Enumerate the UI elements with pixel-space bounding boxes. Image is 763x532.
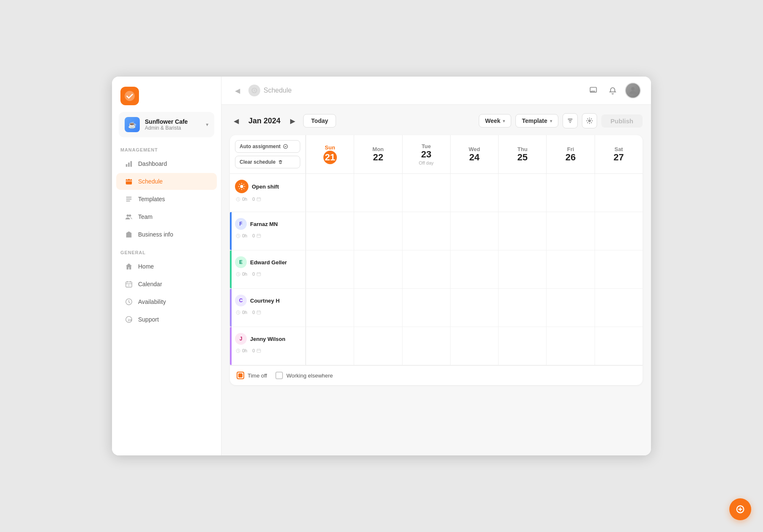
employee-name-open-shift: Open shift xyxy=(252,184,279,190)
shift-cell-jenny-wilson-day1[interactable] xyxy=(354,327,402,365)
sidebar-item-support[interactable]: 24 Support xyxy=(116,311,217,328)
settings-button[interactable] xyxy=(582,113,597,128)
prev-week-button[interactable]: ◀ xyxy=(230,114,243,127)
sidebar-item-home[interactable]: Home xyxy=(116,258,217,275)
employee-row-edward-geller: E Edward Geller 0h 0 xyxy=(230,250,643,289)
next-week-button[interactable]: ▶ xyxy=(286,114,299,127)
employee-top-farnaz-mn: F Farnaz MN xyxy=(235,218,300,230)
calendar-stat-icon xyxy=(256,272,261,277)
template-dropdown[interactable]: Template ▾ xyxy=(515,114,558,128)
shift-cell-edward-geller-day4[interactable] xyxy=(498,250,546,288)
clear-schedule-label: Clear schedule xyxy=(240,159,275,165)
shift-cell-edward-geller-day5[interactable] xyxy=(546,250,594,288)
collapse-sidebar-button[interactable]: ◀ xyxy=(232,85,243,96)
sidebar-item-schedule[interactable]: Schedule xyxy=(116,173,217,190)
page-title: Schedule xyxy=(264,87,292,94)
shift-cell-open-shift-day0[interactable] xyxy=(306,174,354,212)
shift-cell-edward-geller-day0[interactable] xyxy=(306,250,354,288)
sidebar-item-team[interactable]: Team xyxy=(116,208,217,225)
employee-info-jenny-wilson: J Jenny Wilson 0h 0 xyxy=(230,327,306,365)
shift-cell-open-shift-day1[interactable] xyxy=(354,174,402,212)
shift-cell-farnaz-mn-day1[interactable] xyxy=(354,212,402,250)
workspace-info: Sunflower Cafe Admin & Barista xyxy=(145,118,201,131)
shift-cell-jenny-wilson-day0[interactable] xyxy=(306,327,354,365)
auto-assignment-button[interactable]: Auto assignment xyxy=(235,140,300,153)
shift-cell-courtney-h-day4[interactable] xyxy=(498,289,546,327)
clock-stat-icon xyxy=(236,234,240,238)
day-name: Mon xyxy=(373,146,384,152)
fab-button[interactable] xyxy=(729,498,751,520)
shift-cell-farnaz-mn-day2[interactable] xyxy=(402,212,450,250)
availability-label: Availability xyxy=(138,298,166,305)
shift-cell-edward-geller-day6[interactable] xyxy=(595,250,643,288)
day-note: Off day xyxy=(419,160,434,165)
employee-row-open-shift: Open shift 0h 0 xyxy=(230,174,643,212)
template-label: Template xyxy=(522,117,547,124)
workspace-selector[interactable]: ☕ Sunflower Cafe Admin & Barista ▾ xyxy=(119,112,214,137)
shift-cell-courtney-h-day5[interactable] xyxy=(546,289,594,327)
day-number: 26 xyxy=(566,152,576,162)
shift-cell-farnaz-mn-day4[interactable] xyxy=(498,212,546,250)
sidebar-item-dashboard[interactable]: Dashboard xyxy=(116,155,217,172)
shift-cell-farnaz-mn-day5[interactable] xyxy=(546,212,594,250)
sidebar-item-availability[interactable]: Availability xyxy=(116,293,217,310)
employee-avatar-farnaz-mn: F xyxy=(235,218,247,230)
clock-stat-icon xyxy=(236,272,240,277)
day-name: Wed xyxy=(469,146,480,152)
employee-stats-open-shift: 0h 0 xyxy=(235,197,300,202)
page-icon xyxy=(248,85,260,96)
day-number: 25 xyxy=(518,152,528,162)
shift-cell-courtney-h-day6[interactable] xyxy=(595,289,643,327)
svg-rect-24 xyxy=(257,349,261,352)
shifts-count-edward-geller: 0 xyxy=(252,271,255,277)
hours-value-farnaz-mn: 0h xyxy=(242,233,247,238)
shift-cell-farnaz-mn-day6[interactable] xyxy=(595,212,643,250)
shift-cell-jenny-wilson-day6[interactable] xyxy=(595,327,643,365)
shift-cell-open-shift-day4[interactable] xyxy=(498,174,546,212)
shift-cell-open-shift-day2[interactable] xyxy=(402,174,450,212)
shift-cell-farnaz-mn-day3[interactable] xyxy=(450,212,498,250)
shift-cell-jenny-wilson-day5[interactable] xyxy=(546,327,594,365)
publish-button[interactable]: Publish xyxy=(601,114,643,128)
shift-cell-courtney-h-day1[interactable] xyxy=(354,289,402,327)
shift-cell-farnaz-mn-day0[interactable] xyxy=(306,212,354,250)
shift-cell-edward-geller-day1[interactable] xyxy=(354,250,402,288)
support-icon: 24 xyxy=(125,315,133,324)
shift-cell-open-shift-day6[interactable] xyxy=(595,174,643,212)
team-icon xyxy=(125,213,133,221)
messages-button[interactable] xyxy=(586,83,600,98)
color-bar-farnaz-mn xyxy=(230,212,232,250)
shift-cell-courtney-h-day2[interactable] xyxy=(402,289,450,327)
employee-name-farnaz-mn: Farnaz MN xyxy=(250,221,278,227)
sidebar-item-calendar[interactable]: 8 Calendar xyxy=(116,276,217,293)
sidebar-item-templates[interactable]: Templates xyxy=(116,191,217,207)
shift-cell-jenny-wilson-day2[interactable] xyxy=(402,327,450,365)
day-name: Tue xyxy=(422,143,431,149)
shift-cell-edward-geller-day2[interactable] xyxy=(402,250,450,288)
schedule-container: ◀ Jan 2024 ▶ Today Week ▾ Template ▾ xyxy=(221,105,651,455)
time-off-legend: Time off xyxy=(237,372,267,379)
shift-cell-jenny-wilson-day3[interactable] xyxy=(450,327,498,365)
clear-schedule-button[interactable]: Clear schedule xyxy=(235,156,300,168)
week-dropdown[interactable]: Week ▾ xyxy=(479,114,511,128)
employee-info-edward-geller: E Edward Geller 0h 0 xyxy=(230,250,306,288)
user-avatar-button[interactable] xyxy=(625,82,641,98)
shift-cell-courtney-h-day3[interactable] xyxy=(450,289,498,327)
working-elsewhere-label: Working elsewhere xyxy=(286,372,333,379)
shift-cell-courtney-h-day0[interactable] xyxy=(306,289,354,327)
employee-stats-farnaz-mn: 0h 0 xyxy=(235,233,300,238)
svg-point-14 xyxy=(240,185,243,188)
filter-button[interactable] xyxy=(563,113,578,128)
shift-cell-jenny-wilson-day4[interactable] xyxy=(498,327,546,365)
day-header-wed-24: Wed 24 xyxy=(450,135,498,173)
shift-cell-edward-geller-day3[interactable] xyxy=(450,250,498,288)
shifts-stat-jenny-wilson: 0 xyxy=(252,348,261,353)
hours-value-jenny-wilson: 0h xyxy=(242,348,247,353)
shift-cell-open-shift-day3[interactable] xyxy=(450,174,498,212)
svg-point-3 xyxy=(129,215,131,217)
today-button[interactable]: Today xyxy=(303,114,336,128)
notifications-button[interactable] xyxy=(606,83,620,98)
sidebar-item-business-info[interactable]: Business info xyxy=(116,226,217,243)
day-name: Fri xyxy=(567,146,574,152)
shift-cell-open-shift-day5[interactable] xyxy=(546,174,594,212)
